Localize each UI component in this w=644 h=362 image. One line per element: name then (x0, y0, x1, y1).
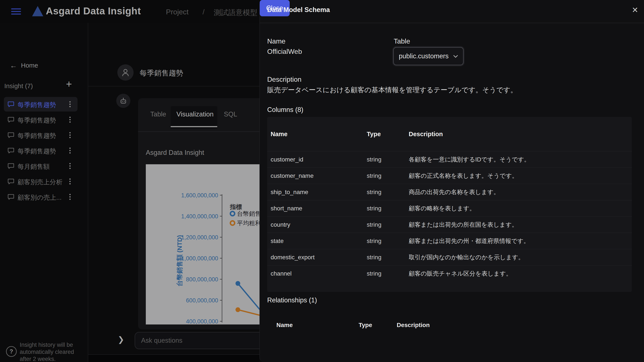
svg-text:600,000,000: 600,000,000 (186, 297, 218, 304)
hamburger-menu-icon[interactable] (11, 7, 21, 16)
description-text: 販売データベースにおける顧客の基本情報を管理するテーブルです。そうです。 (267, 85, 644, 95)
expand-chevron-icon[interactable]: ❯ (118, 335, 124, 344)
user-avatar (117, 64, 134, 81)
relationships-header-description: Description (397, 322, 430, 328)
svg-text:1,000,000,000: 1,000,000,000 (181, 255, 218, 262)
column-header-description: Description (409, 131, 632, 138)
item-menu-kebab-icon[interactable] (68, 147, 72, 154)
cell-description: 取引が国内なのか輸出なのかを示します。 (409, 253, 632, 261)
chevron-down-icon (453, 55, 458, 58)
insight-item-label: 顧客別売上分析 (18, 178, 62, 187)
column-header-name: Name (267, 131, 367, 138)
tab-visualization[interactable]: Visualization (176, 110, 214, 118)
svg-text:台幣銷售額 (NTD): 台幣銷售額 (NTD) (176, 235, 183, 286)
chart-card-title: Asgard Data Insight (146, 149, 204, 156)
table-row: statestring顧客または出荷先の州・都道府県情報です。 (267, 233, 632, 249)
tab-sql[interactable]: SQL (224, 110, 237, 118)
breadcrumb-separator: / (202, 8, 204, 16)
app-title: Asgard Data Insight (46, 5, 141, 17)
columns-table-body: customer_idstring各顧客を一意に識別するIDです。そうです。cu… (267, 151, 632, 282)
person-icon (121, 68, 130, 77)
cell-description: 顧客または出荷先の所在国を表します。 (409, 221, 632, 229)
cell-name: domestic_export (267, 254, 367, 261)
item-menu-kebab-icon[interactable] (68, 162, 72, 170)
insight-item-label: 顧客別の売上... (18, 193, 62, 202)
cell-description: 商品の出荷先の名称を表します。 (409, 188, 632, 196)
name-value: OfficialWeb (267, 48, 302, 56)
sidebar-item-insight[interactable]: 每月銷售額 (4, 159, 78, 173)
back-arrow-icon: ← (10, 62, 17, 69)
cell-name: customer_id (267, 156, 367, 163)
cell-name: country (267, 221, 367, 228)
sidebar: ← Home Insight (7) + 每季銷售趨勢每季銷售趨勢每季銷售趨勢每… (0, 23, 88, 362)
columns-section-title: Columns (8) (267, 106, 303, 114)
divider (138, 131, 275, 132)
chat-bubble-icon (7, 116, 14, 124)
relationships-section-title: Relationships (1) (267, 296, 317, 304)
svg-text:指標: 指標 (230, 204, 242, 210)
relationships-header-name: Name (276, 322, 293, 328)
svg-text:400,000,000: 400,000,000 (186, 318, 218, 324)
breadcrumb-project[interactable]: Project (166, 8, 188, 16)
table-select-value: public.customers (399, 52, 449, 60)
insight-item-label: 每季銷售趨勢 (18, 101, 56, 109)
chart-area: 1,600,000,0001,400,000,0001,200,000,0001… (146, 164, 266, 324)
sidebar-item-insight[interactable]: 每季銷售趨勢 (4, 97, 78, 111)
cell-name: state (267, 238, 367, 245)
table-row: ship_to_namestring商品の出荷先の名称を表します。 (267, 184, 632, 200)
sidebar-item-insight[interactable]: 每季銷售趨勢 (4, 143, 78, 158)
item-menu-kebab-icon[interactable] (68, 131, 72, 139)
add-insight-button[interactable]: + (66, 78, 72, 90)
column-header-type: Type (367, 131, 409, 138)
cell-type: string (367, 238, 409, 245)
cell-type: string (367, 254, 409, 261)
home-button[interactable]: ← Home (10, 62, 38, 69)
table-row: short_namestring顧客の略称を表します。 (267, 200, 632, 216)
bot-avatar (116, 94, 130, 108)
cell-type: string (367, 205, 409, 212)
insight-section-title: Insight (7) (4, 82, 33, 90)
question-title: 每季銷售趨勢 (140, 68, 183, 78)
info-question-icon: ? (6, 346, 17, 357)
cell-name: customer_name (267, 172, 367, 179)
insight-item-label: 每季銷售趨勢 (18, 147, 56, 156)
sidebar-item-insight[interactable]: 顧客別の売上... (4, 190, 78, 204)
cell-type: string (367, 172, 409, 179)
cell-description: 各顧客を一意に識別するIDです。そうです。 (409, 155, 632, 164)
insight-item-label: 每季銷售趨勢 (18, 116, 56, 125)
svg-text:1,200,000,000: 1,200,000,000 (181, 234, 218, 241)
svg-text:台幣銷售: 台幣銷售 (237, 210, 261, 217)
table-select-dropdown[interactable]: public.customers (393, 47, 464, 65)
cell-description: 顧客の正式名称を表します。そうです。 (409, 172, 632, 180)
cell-type: string (367, 270, 409, 277)
ask-questions-input[interactable] (135, 332, 274, 349)
table-row: customer_idstring各顧客を一意に識別するIDです。そうです。 (267, 151, 632, 167)
relationships-header-type: Type (358, 322, 372, 328)
sidebar-item-insight[interactable]: 顧客別売上分析 (4, 174, 78, 189)
table-row: channelstring顧客の販売チャネル区分を表します。 (267, 265, 632, 282)
answer-card: TableVisualizationSQL Asgard Data Insigh… (138, 98, 275, 329)
cell-type: string (367, 221, 409, 228)
sidebar-item-insight[interactable]: 每季銷售趨勢 (4, 112, 78, 127)
insight-item-label: 每季銷售趨勢 (18, 131, 56, 140)
chat-bubble-icon (7, 194, 14, 201)
cell-name: short_name (267, 205, 367, 212)
sidebar-item-insight[interactable]: 每季銷售趨勢 (4, 128, 78, 142)
data-model-schema-modal: Data Model Schema ✕ Name OfficialWeb Tab… (260, 0, 644, 362)
close-icon[interactable]: ✕ (630, 4, 640, 16)
app-screen: Asgard Data Insight Project / 測試語意模型 ← H… (0, 0, 644, 362)
item-menu-kebab-icon[interactable] (68, 100, 72, 108)
svg-text:平均粗利: 平均粗利 (237, 220, 261, 227)
item-menu-kebab-icon[interactable] (68, 177, 72, 185)
divider (88, 86, 260, 86)
tab-table[interactable]: Table (150, 110, 166, 118)
cell-name: channel (267, 270, 367, 277)
columns-table: Name Type Description customer_idstring各… (267, 117, 632, 292)
item-menu-kebab-icon[interactable] (68, 193, 72, 201)
table-row: customer_namestring顧客の正式名称を表します。そうです。 (267, 167, 632, 184)
item-menu-kebab-icon[interactable] (68, 116, 72, 123)
robot-icon (119, 97, 128, 105)
home-label: Home (21, 62, 38, 69)
cell-description: 顧客の略称を表します。 (409, 204, 632, 213)
svg-text:1,400,000,000: 1,400,000,000 (181, 213, 218, 220)
